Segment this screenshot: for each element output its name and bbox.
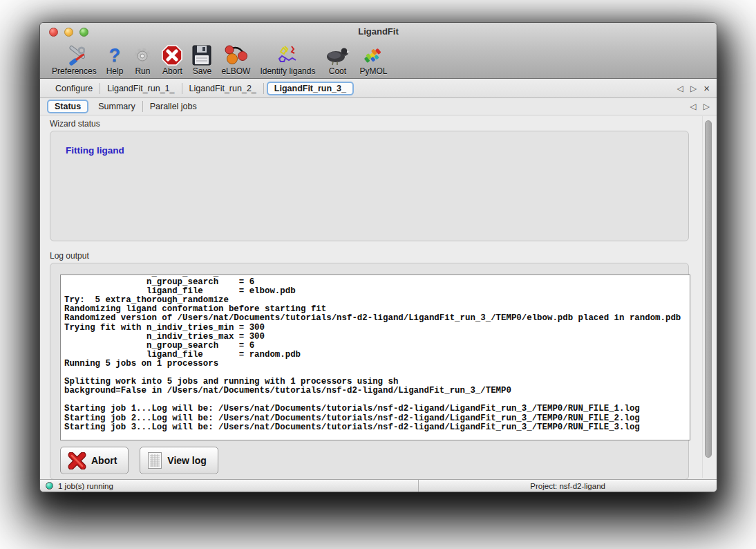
toolbar-item-label: Identify ligands bbox=[260, 66, 315, 76]
wizard-status-box: Fitting ligand bbox=[50, 131, 689, 241]
vertical-scrollbar[interactable] bbox=[702, 116, 714, 478]
tab-summary[interactable]: Summary bbox=[91, 100, 142, 113]
scrollbar-thumb[interactable] bbox=[705, 120, 712, 458]
toolbar-item-label: PyMOL bbox=[359, 66, 387, 76]
toolbar-item-label: Abort bbox=[162, 66, 182, 76]
running-indicator-icon bbox=[46, 482, 53, 490]
log-output-label: Log output bbox=[50, 251, 699, 261]
wizard-status-label: Wizard status bbox=[50, 119, 699, 129]
close-tab-icon[interactable]: × bbox=[703, 84, 710, 93]
abort-x-icon bbox=[68, 452, 86, 469]
window-title: LigandFit bbox=[40, 26, 717, 37]
ligandfit-window: LigandFit Preferences ? Help bbox=[39, 22, 717, 492]
log-text: n_indiv_tries_max = 300 n_group_search =… bbox=[61, 274, 690, 432]
elbow-button[interactable]: eLBOW bbox=[216, 44, 255, 76]
tools-icon bbox=[63, 44, 85, 66]
sub-tab-bar: Status Summary Parallel jobs ◁ ▷ bbox=[40, 98, 717, 115]
coot-bird-icon bbox=[325, 44, 350, 66]
gear-icon bbox=[133, 44, 152, 66]
log-output-box: n_indiv_tries_max = 300 n_group_search =… bbox=[50, 263, 689, 480]
titlebar-toolbar: LigandFit Preferences ? Help bbox=[40, 23, 717, 79]
toolbar-item-label: Help bbox=[106, 66, 124, 76]
action-buttons: Abort View bbox=[60, 447, 679, 474]
preferences-button[interactable]: Preferences bbox=[47, 44, 102, 76]
subtab-scroll-left-icon[interactable]: ◁ bbox=[690, 102, 697, 111]
pymol-button[interactable]: PyMOL bbox=[355, 44, 392, 76]
status-panel: Wizard status Fitting ligand Log output … bbox=[40, 116, 699, 479]
status-bar: 1 job(s) running Project: nsf-d2-ligand bbox=[40, 479, 717, 492]
toolbar-item-label: eLBOW bbox=[221, 66, 250, 76]
toolbar-item-label: Coot bbox=[329, 66, 346, 76]
tab-status[interactable]: Status bbox=[47, 100, 88, 113]
run-button[interactable]: Run bbox=[128, 44, 157, 76]
log-text-area[interactable]: n_indiv_tries_max = 300 n_group_search =… bbox=[60, 274, 690, 440]
project-status: Project: nsf-d2-ligand bbox=[419, 482, 717, 490]
coot-button[interactable]: Coot bbox=[320, 44, 355, 76]
tab-scroll-right-icon[interactable]: ▷ bbox=[690, 84, 697, 93]
abort-button-label: Abort bbox=[91, 455, 117, 466]
abort-button[interactable]: Abort bbox=[60, 447, 129, 474]
toolbar: Preferences ? Help Run bbox=[40, 41, 717, 79]
toolbar-item-label: Save bbox=[193, 66, 211, 76]
tab-scroll-left-icon[interactable]: ◁ bbox=[677, 84, 683, 93]
subtab-scroll-right-icon[interactable]: ▷ bbox=[703, 102, 710, 111]
ligands-icon bbox=[275, 44, 300, 66]
log-document-icon bbox=[147, 452, 162, 469]
identify-ligands-button[interactable]: Identify ligands bbox=[255, 44, 320, 76]
save-button[interactable]: Save bbox=[187, 44, 216, 76]
tab-ligandfit-run-3[interactable]: LigandFit_run_3_ bbox=[267, 82, 354, 95]
tab-divider bbox=[263, 83, 264, 94]
view-log-button[interactable]: View log bbox=[140, 447, 218, 474]
stop-icon bbox=[162, 44, 182, 66]
jobs-running-text: 1 job(s) running bbox=[58, 482, 113, 490]
wizard-status-message: Fitting ligand bbox=[66, 145, 673, 156]
tab-configure[interactable]: Configure bbox=[48, 82, 100, 95]
toolbar-item-label: Preferences bbox=[52, 66, 97, 76]
titlebar[interactable]: LigandFit bbox=[40, 23, 717, 41]
view-log-button-label: View log bbox=[167, 455, 207, 466]
jobs-status: 1 job(s) running bbox=[40, 480, 419, 492]
molecule-icon bbox=[224, 44, 247, 66]
tab-parallel-jobs[interactable]: Parallel jobs bbox=[143, 100, 204, 113]
run-tab-bar: Configure LigandFit_run_1_ LigandFit_run… bbox=[40, 79, 717, 98]
help-button[interactable]: ? Help bbox=[102, 44, 129, 76]
help-icon: ? bbox=[109, 44, 121, 66]
pymol-helix-icon bbox=[361, 44, 385, 66]
tab-ligandfit-run-2[interactable]: LigandFit_run_2_ bbox=[182, 82, 263, 95]
abort-toolbar-button[interactable]: Abort bbox=[157, 44, 187, 76]
tab-ligandfit-run-1[interactable]: LigandFit_run_1_ bbox=[100, 82, 181, 95]
floppy-icon bbox=[192, 44, 211, 66]
toolbar-item-label: Run bbox=[135, 66, 150, 76]
